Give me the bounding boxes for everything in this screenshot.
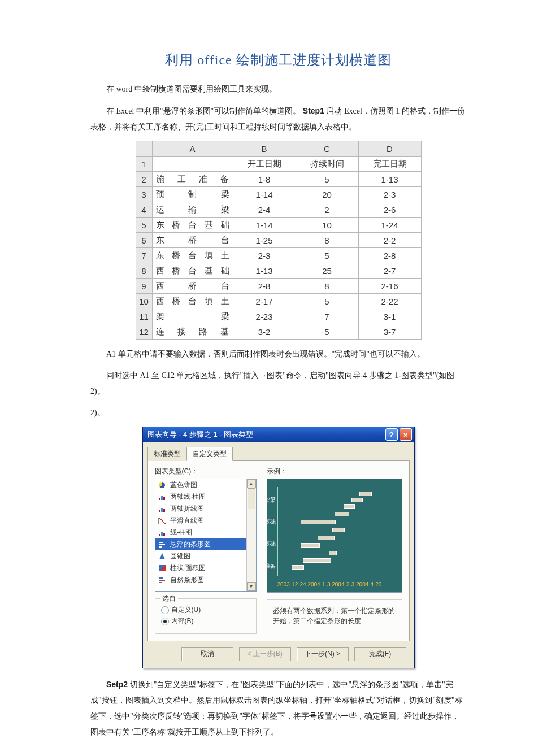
paragraph-2: 在 Excel 中利用"悬浮的条形图"可以制作简单的横道图。 Step1 启动 … bbox=[90, 103, 466, 135]
row-header: 7 bbox=[136, 248, 152, 263]
chart-type-item-label: 两轴折线图 bbox=[170, 504, 204, 514]
header-cell: 持续时间 bbox=[296, 157, 358, 172]
chart-type-item-label: 平滑直线图 bbox=[170, 516, 204, 525]
chart-type-item[interactable]: 柱状-面积图 bbox=[155, 562, 246, 574]
data-cell: 3-7 bbox=[358, 324, 421, 340]
page-title: 利用 office 绘制施工进度计划横道图 bbox=[90, 51, 466, 69]
data-cell: 1-13 bbox=[233, 263, 296, 279]
paragraph-1: 在 word 中绘制横道图需要利用绘图工具来实现。 bbox=[90, 81, 466, 97]
radio-internal-row[interactable]: 内部(B) bbox=[161, 616, 250, 626]
row-header: 12 bbox=[136, 324, 152, 340]
groupbox-title: 选自 bbox=[160, 594, 178, 603]
data-cell: 西桥台基础 bbox=[152, 263, 233, 279]
chart-type-icon bbox=[158, 564, 167, 572]
radio-custom-row[interactable]: 自定义(U) bbox=[161, 605, 250, 615]
next-button[interactable]: 下一步(N) > bbox=[297, 647, 349, 661]
chart-type-item[interactable]: 悬浮的条形图 bbox=[155, 538, 246, 550]
chart-type-item-label: 柱状-面积图 bbox=[170, 563, 206, 573]
paragraph-3: A1 单元格中请不要输入数据，否则后面制作图表时会出现错误。"完成时间"也可以不… bbox=[90, 346, 466, 362]
data-cell: 2-3 bbox=[358, 187, 421, 202]
chart-type-item[interactable]: 圆锥图 bbox=[155, 550, 246, 562]
chart-type-item[interactable]: 蓝色饼图 bbox=[155, 479, 246, 491]
chart-type-item[interactable]: 两轴折线图 bbox=[155, 503, 246, 515]
chart-type-icon bbox=[158, 493, 167, 501]
data-cell: 2-23 bbox=[233, 309, 296, 324]
chart-type-icon bbox=[158, 481, 167, 489]
tab-standard-types[interactable]: 标准类型 bbox=[147, 447, 187, 461]
preview-ylabel-3: 施工准备 bbox=[267, 562, 276, 570]
data-cell: 架 梁 bbox=[152, 309, 233, 324]
row-header: 5 bbox=[136, 218, 152, 233]
row-header: 8 bbox=[136, 263, 152, 279]
data-cell: 预 制 梁 bbox=[152, 187, 233, 202]
dialog-titlebar: 图表向导 - 4 步骤之 1 - 图表类型 ? × bbox=[143, 427, 414, 442]
chart-type-icon bbox=[158, 576, 167, 584]
data-cell: 20 bbox=[296, 187, 358, 202]
tab-custom-types[interactable]: 自定义类型 bbox=[186, 447, 233, 461]
chart-type-item[interactable]: 平滑直线图 bbox=[155, 515, 246, 527]
row-header: 11 bbox=[136, 309, 152, 324]
scroll-thumb[interactable] bbox=[248, 488, 255, 509]
header-cell: 完工日期 bbox=[358, 157, 421, 172]
finish-button[interactable]: 完成(F) bbox=[354, 647, 406, 661]
data-cell: 1-14 bbox=[233, 187, 296, 202]
para5-text: 切换到"自定义类型"标签下，在"图表类型"下面的列表中，选中"悬浮的条形图"选项… bbox=[90, 680, 463, 736]
dialog-buttons: 取消 < 上一步(B) 下一步(N) > 完成(F) bbox=[143, 641, 414, 668]
data-cell: 2-22 bbox=[358, 294, 421, 309]
help-button[interactable]: ? bbox=[385, 428, 398, 441]
chart-type-item[interactable]: 自然条形图 bbox=[155, 574, 246, 586]
preview-ylabel-0: 架梁 bbox=[267, 496, 276, 504]
chart-type-icon bbox=[158, 541, 167, 549]
data-cell: 东 桥 台 bbox=[152, 233, 233, 248]
fig2-label: 2)。 bbox=[90, 405, 466, 421]
chart-type-listbox[interactable]: 蓝色饼图两轴线-柱图两轴折线图平滑直线图线-柱图悬浮的条形图圆锥图柱状-面积图自… bbox=[155, 479, 257, 592]
paragraph-5: Setp2 切换到"自定义类型"标签下，在"图表类型"下面的列表中，选中"悬浮的… bbox=[90, 676, 466, 740]
radio-internal[interactable] bbox=[161, 618, 169, 625]
data-cell: 东桥台填土 bbox=[152, 248, 233, 263]
chart-type-item-label: 圆锥图 bbox=[170, 551, 190, 561]
data-cell: 8 bbox=[296, 233, 358, 248]
scroll-down-icon[interactable]: ▼ bbox=[247, 582, 256, 591]
chart-type-icon bbox=[158, 517, 167, 525]
chart-preview: 架梁 西桥台基础 东桥台基础 施工准备 bbox=[267, 479, 402, 593]
data-cell: 5 bbox=[296, 324, 358, 340]
radio-internal-label: 内部(B) bbox=[171, 616, 194, 626]
excel-table: A B C D 1开工日期持续时间完工日期2施 工 准 备1-851-133预 … bbox=[136, 141, 422, 340]
data-cell: 西 桥 台 bbox=[152, 279, 233, 294]
data-cell: 2-8 bbox=[233, 279, 296, 294]
tabs: 标准类型 自定义类型 bbox=[143, 442, 414, 460]
chart-type-item[interactable]: 线-柱图 bbox=[155, 527, 246, 538]
step1-label: Step1 bbox=[303, 106, 324, 115]
data-cell: 2-7 bbox=[358, 263, 421, 279]
data-cell: 3-2 bbox=[233, 324, 296, 340]
data-cell: 连 接 路 基 bbox=[152, 324, 233, 340]
data-cell: 2-6 bbox=[358, 202, 421, 218]
close-button[interactable]: × bbox=[400, 428, 412, 441]
scroll-up-icon[interactable]: ▲ bbox=[247, 479, 256, 488]
chart-type-icon bbox=[158, 505, 167, 513]
excel-table-wrapper: A B C D 1开工日期持续时间完工日期2施 工 准 备1-851-133预 … bbox=[90, 141, 466, 340]
tab-panel: 图表类型(C)： 蓝色饼图两轴线-柱图两轴折线图平滑直线图线-柱图悬浮的条形图圆… bbox=[147, 460, 410, 641]
col-header-d: D bbox=[358, 141, 421, 157]
paragraph-4: 同时选中 A1 至 C12 单元格区域，执行"插入→图表"命令，启动"图表向导-… bbox=[90, 368, 466, 399]
prev-button[interactable]: < 上一步(B) bbox=[239, 647, 291, 661]
data-cell: 西桥台填土 bbox=[152, 294, 233, 309]
data-cell: 运 输 梁 bbox=[152, 202, 233, 218]
row-header: 10 bbox=[136, 294, 152, 309]
preview-ylabel-2: 东桥台基础 bbox=[267, 540, 276, 548]
data-cell: 东桥台基础 bbox=[152, 218, 233, 233]
preview-ylabel-1: 西桥台基础 bbox=[267, 518, 276, 526]
chart-type-item[interactable]: 两轴线-柱图 bbox=[155, 491, 246, 503]
data-cell: 2-4 bbox=[233, 202, 296, 218]
data-cell: 3-1 bbox=[358, 309, 421, 324]
data-cell: 5 bbox=[296, 294, 358, 309]
data-cell: 1-25 bbox=[233, 233, 296, 248]
data-cell: 7 bbox=[296, 309, 358, 324]
corner-cell bbox=[136, 141, 152, 157]
cancel-button[interactable]: 取消 bbox=[181, 647, 233, 661]
row-header: 2 bbox=[136, 172, 152, 187]
data-cell: 5 bbox=[296, 248, 358, 263]
data-cell: 2-8 bbox=[358, 248, 421, 263]
radio-custom[interactable] bbox=[161, 606, 169, 614]
listbox-scrollbar[interactable]: ▲ ▼ bbox=[246, 479, 256, 591]
